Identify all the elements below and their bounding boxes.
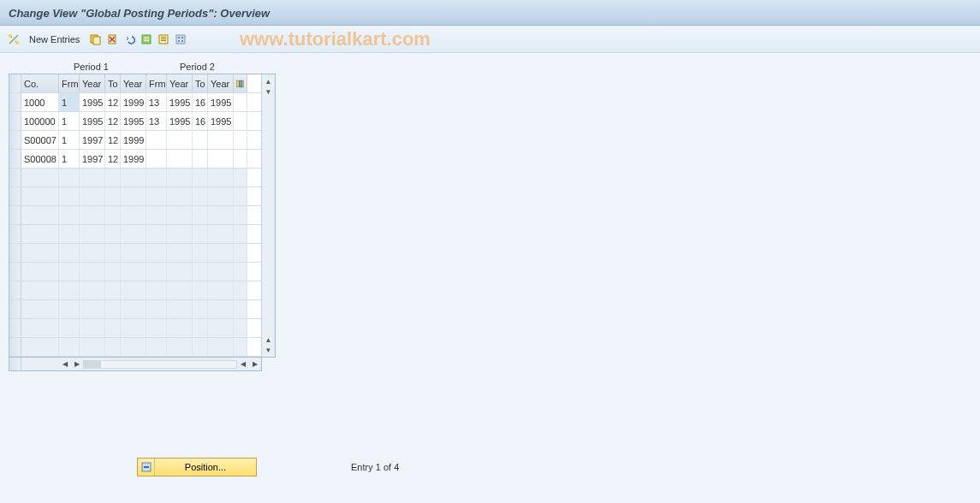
- cell-frm1[interactable]: 1: [59, 93, 80, 111]
- empty-row[interactable]: [9, 319, 261, 338]
- cell-year2[interactable]: 1999: [121, 131, 146, 149]
- cell-frm1[interactable]: 1: [59, 131, 80, 149]
- col-header-co[interactable]: Co.: [21, 74, 59, 92]
- row-selector[interactable]: [9, 150, 21, 168]
- empty-row[interactable]: [9, 225, 261, 244]
- scroll-right-icon[interactable]: ▶: [71, 358, 83, 370]
- empty-row[interactable]: [9, 300, 261, 319]
- cell-frm1[interactable]: 1: [59, 112, 80, 130]
- vertical-scrollbar[interactable]: ▲ ▼ ▲ ▼: [261, 74, 275, 357]
- svg-rect-15: [181, 37, 183, 38]
- cell-to1[interactable]: 12: [105, 93, 121, 111]
- toggle-icon[interactable]: [7, 33, 21, 46]
- row-selector[interactable]: [9, 131, 21, 149]
- cell-year1[interactable]: 1995: [80, 93, 105, 111]
- row-selector[interactable]: [9, 93, 21, 111]
- col-header-year1[interactable]: Year: [80, 74, 105, 92]
- cell-year1[interactable]: 1995: [80, 112, 105, 130]
- cell-to2[interactable]: 16: [193, 112, 208, 130]
- table-row[interactable]: S00007 1 1997 12 1999: [9, 131, 261, 150]
- position-label: Position...: [155, 462, 256, 472]
- cell-year4[interactable]: 1995: [208, 93, 234, 111]
- cell-frm2[interactable]: 13: [146, 112, 167, 130]
- hscroll-thumb[interactable]: [84, 361, 101, 368]
- cell-frm2[interactable]: 13: [146, 93, 167, 111]
- scroll-down2-icon[interactable]: ▼: [264, 345, 274, 355]
- cell-co[interactable]: S00007: [21, 131, 59, 149]
- hscroll-track[interactable]: [83, 360, 237, 369]
- copy-icon[interactable]: [88, 33, 102, 46]
- scroll-right2-icon[interactable]: ▶: [249, 358, 261, 370]
- select-all-col[interactable]: [9, 74, 21, 92]
- svg-point-0: [9, 34, 12, 38]
- empty-row[interactable]: [9, 169, 261, 187]
- table-row[interactable]: 1000 1 1995 12 1999 13 1995 16 1995: [9, 93, 261, 112]
- empty-row[interactable]: [9, 206, 261, 225]
- page-title: Change View "Global Posting Periods": Ov…: [9, 7, 270, 20]
- col-header-year3[interactable]: Year: [167, 74, 193, 92]
- col-header-year4[interactable]: Year: [208, 74, 234, 92]
- undo-icon[interactable]: [122, 33, 136, 46]
- col-header-frm2[interactable]: Frm: [146, 74, 167, 92]
- select-all-icon[interactable]: [140, 33, 153, 46]
- empty-row[interactable]: [9, 281, 261, 300]
- cell-year4[interactable]: [208, 131, 234, 149]
- empty-row[interactable]: [9, 263, 261, 281]
- table-row[interactable]: S00008 1 1997 12 1999: [9, 150, 261, 169]
- cell-co[interactable]: 100000: [21, 112, 59, 130]
- cell-frm2[interactable]: [146, 150, 167, 168]
- cell-year2[interactable]: 1999: [121, 93, 146, 111]
- cell-year2[interactable]: 1999: [121, 150, 146, 168]
- svg-rect-17: [181, 40, 183, 42]
- cell-year1[interactable]: 1997: [80, 131, 105, 149]
- scroll-left-icon[interactable]: ◀: [59, 358, 71, 370]
- svg-rect-19: [240, 80, 242, 87]
- col-header-year2[interactable]: Year: [121, 74, 146, 92]
- cell-to2[interactable]: 16: [193, 93, 208, 111]
- scroll-up2-icon[interactable]: ▲: [264, 334, 274, 345]
- cell-co[interactable]: 1000: [21, 93, 59, 111]
- cell-year2[interactable]: 1995: [121, 112, 146, 130]
- grid-main: Co. Frm Year To Year Frm Year To Year 10…: [9, 74, 261, 357]
- table-row[interactable]: 100000 1 1995 12 1995 13 1995 16 1995: [9, 112, 261, 131]
- content-area: Period 1 Period 2 Co. Frm Year To Year F…: [0, 53, 980, 503]
- svg-rect-20: [242, 80, 243, 87]
- cell-year3[interactable]: 1995: [167, 112, 193, 130]
- cell-year3[interactable]: [167, 150, 193, 168]
- empty-row[interactable]: [9, 338, 261, 357]
- cell-frm1[interactable]: 1: [59, 150, 80, 168]
- col-header-to1[interactable]: To: [105, 74, 121, 92]
- new-entries-label: New Entries: [29, 34, 80, 44]
- cell-year1[interactable]: 1997: [80, 150, 105, 168]
- col-header-to2[interactable]: To: [193, 74, 208, 92]
- cell-year4[interactable]: [208, 150, 234, 168]
- empty-row[interactable]: [9, 244, 261, 263]
- cell-to2[interactable]: [193, 150, 208, 168]
- col-config-button[interactable]: [234, 74, 247, 92]
- cell-to1[interactable]: 12: [105, 131, 121, 149]
- cell-to1[interactable]: 12: [105, 112, 121, 130]
- cell-year3[interactable]: [167, 131, 193, 149]
- cell-frm2[interactable]: [146, 131, 167, 149]
- config-icon[interactable]: [174, 33, 187, 46]
- horizontal-scrollbar[interactable]: ◀ ▶ ◀ ▶: [9, 358, 262, 371]
- position-icon: [138, 459, 155, 476]
- cell-year4[interactable]: 1995: [208, 112, 234, 130]
- cell-year3[interactable]: 1995: [167, 93, 193, 111]
- deselect-icon[interactable]: [157, 33, 170, 46]
- scroll-left2-icon[interactable]: ◀: [237, 358, 249, 370]
- cell-co[interactable]: S00008: [21, 150, 59, 168]
- position-button[interactable]: Position...: [137, 458, 257, 476]
- new-entries-button[interactable]: New Entries: [24, 30, 85, 49]
- delete-icon[interactable]: [105, 33, 119, 46]
- scroll-up-icon[interactable]: ▲: [264, 76, 274, 86]
- cell-to2[interactable]: [193, 131, 208, 149]
- scroll-track[interactable]: [262, 97, 275, 334]
- row-selector[interactable]: [9, 112, 21, 130]
- col-header-frm1[interactable]: Frm: [59, 74, 80, 92]
- svg-rect-18: [237, 80, 240, 87]
- cell-to1[interactable]: 12: [105, 150, 121, 168]
- empty-row[interactable]: [9, 187, 261, 206]
- scroll-down-icon[interactable]: ▼: [264, 86, 274, 97]
- svg-rect-7: [144, 38, 149, 39]
